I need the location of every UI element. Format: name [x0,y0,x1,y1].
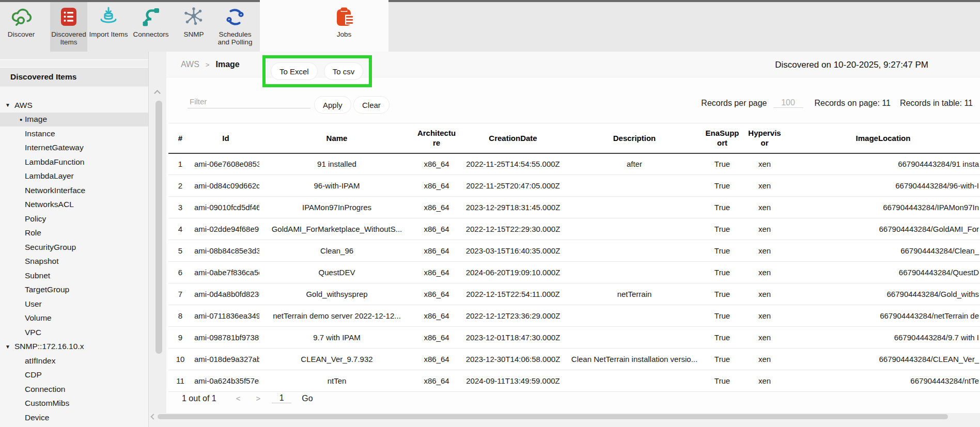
expand-arrow-icon[interactable]: ▼ [5,102,14,108]
table-cell: 667904443284/CLEAN_Ver_ [786,349,980,370]
table-row[interactable]: 4ami-02dde94f68e99bf9bGoldAMI_ForMarketp… [168,218,980,240]
column-header-creationdate[interactable]: CreationDate [459,123,567,153]
table-row[interactable]: 2ami-0d84c09d662cba1a096-with-IPAMx86_64… [168,175,980,197]
records-in-table: Records in table: 11 [900,99,973,108]
tree-item-user[interactable]: User [0,297,148,311]
tree-item-role[interactable]: Role [0,226,148,241]
discover-icon [10,6,33,28]
table-cell: Gold_withsysprep [259,283,414,305]
to-excel-button[interactable]: To Excel [271,62,318,80]
table-row[interactable]: 3ami-09010fcd5df46e316IPAMon97InProgresx… [168,197,980,218]
ribbon-item-snmp[interactable]: SNMP [177,2,210,52]
tree-item-securitygroup[interactable]: SecurityGroup [0,240,148,255]
scrollbar-left-icon[interactable] [150,414,156,419]
table-cell: Clean NetTerrain installation versio... [567,349,702,370]
vertical-scrollbar-thumb[interactable] [155,101,162,354]
tree-item-snapshot[interactable]: Snapshot [0,255,148,269]
column-header-architecture[interactable]: Architecture [414,123,459,153]
ribbon-item-discover[interactable]: Discover [3,2,40,52]
tree-item-vpc[interactable]: VPC [0,325,148,340]
filter-input[interactable] [188,95,310,108]
prev-page-icon[interactable]: < [236,394,241,403]
table-cell: True [702,327,743,349]
table-cell: 2022-12-15T22:29:30.000Z [459,218,567,240]
table-cell [567,197,702,218]
tree-item-label: Role [25,228,41,238]
column-header-#[interactable]: # [168,123,192,153]
tree-item-instance[interactable]: Instance [0,126,148,141]
tree-item-internetgateway[interactable]: InternetGateway [0,141,148,155]
ribbon-item-jobs[interactable]: Jobs [324,2,364,52]
tree-item-label: Instance [25,129,55,138]
tree-item-aws[interactable]: ▼ AWS [0,98,148,113]
results-table: #IdNameArchitectureCreationDateDescripti… [168,123,980,392]
tree-item-volume[interactable]: Volume [0,311,148,326]
tree-item-snmp::172.16.10.x[interactable]: ▼ SNMP::172.16.10.x [0,340,148,354]
table-cell: GoldAMI_ForMarketplace_WithoutS... [259,218,414,240]
tree-item-targetgroup[interactable]: TargetGroup [0,283,148,297]
table-cell: 2022-12-15T22:54:11.000Z [459,283,567,305]
table-cell: 667904443284/96-with-I [786,175,980,197]
table-cell: 9 [168,327,192,349]
records-per-page-input[interactable] [773,98,803,108]
table-cell: ami-02dde94f68e99bf9b [192,218,259,240]
table-cell [567,305,702,327]
ribbon-item-import-items[interactable]: Import Items [88,2,129,52]
tree-item-lambdafunction[interactable]: LambdaFunction [0,155,148,169]
next-page-icon[interactable]: > [256,394,260,403]
table-cell: 2023-03-15T16:40:35.000Z [459,240,567,262]
tree-item-policy[interactable]: Policy [0,212,148,226]
table-cell: 667904443284/91 insta [786,153,980,175]
sidebar-top-strip [0,52,148,60]
table-row[interactable]: 11ami-0a624b35f57e350c3ntTenx86_642024-0… [168,370,980,392]
tree-item-image[interactable]: • Image [0,113,148,127]
table-row[interactable]: 6ami-0abe7f836ca5e4ee8QuestDEVx86_642024… [168,262,980,283]
clear-button[interactable]: Clear [353,96,390,114]
ribbon-item-connectors[interactable]: Connectors [131,2,171,52]
table-row[interactable]: 8ami-0711836ea349d35c8netTerrain demo se… [168,305,980,327]
table-cell: xen [743,370,786,392]
column-header-hypervisor[interactable]: Hypervisor [743,123,786,153]
go-button[interactable]: Go [302,394,313,403]
table-row[interactable]: 7ami-0d4a8b0fd823023eeGold_withsysprepx8… [168,283,980,305]
table-row[interactable]: 1ami-06e7608e085337e5791 installedx86_64… [168,153,980,175]
table-row[interactable]: 9ami-098781bf97389051d9.7 with IPAMx86_6… [168,327,980,349]
table-cell: x86_64 [414,262,459,283]
column-header-name[interactable]: Name [259,123,414,153]
tree-item-subnet[interactable]: Subnet [0,268,148,283]
table-cell [567,175,702,197]
page-number-input[interactable] [272,393,291,403]
table-header-row: #IdNameArchitectureCreationDateDescripti… [168,123,980,153]
table-cell: 1 [168,153,192,175]
table-cell: netTerrain demo server 2022-12-12... [259,305,414,327]
horizontal-scrollbar-thumb[interactable] [158,414,948,419]
table-cell: 11 [168,370,192,392]
table-cell: IPAMon97InProgres [259,197,414,218]
expand-arrow-icon[interactable]: ▼ [5,344,14,350]
to-csv-button[interactable]: To csv [324,62,364,80]
ribbon-item-label: Discover [8,31,35,39]
tree-item-custommibs[interactable]: CustomMibs [0,397,148,411]
tree-item-cdp[interactable]: CDP [0,368,148,383]
tree-item-device[interactable]: Device [0,410,148,425]
tree-item-lambdalayer[interactable]: LambdaLayer [0,169,148,184]
table-row[interactable]: 10ami-018de9a327ab4678eCLEAN_Ver_9.7.932… [168,349,980,370]
apply-button[interactable]: Apply [314,96,351,114]
selected-bullet-icon: • [20,115,25,124]
tree-item-atifindex[interactable]: atIfIndex [0,354,148,368]
breadcrumb-parent[interactable]: AWS [181,60,199,69]
column-header-imagelocation[interactable]: ImageLocation [786,123,980,153]
table-cell: True [702,305,743,327]
table-row[interactable]: 5ami-08b84c85e3d3c1d04Clean_96x86_642023… [168,240,980,262]
column-header-id[interactable]: Id [192,123,259,153]
scrollbar-up-icon[interactable] [154,90,161,97]
tree-item-networksacl[interactable]: NetworksACL [0,198,148,212]
tree-item-connection[interactable]: Connection [0,382,148,397]
column-header-description[interactable]: Description [567,123,702,153]
table-cell: 667904443284/netTerrain de [786,305,980,327]
tree-item-networkinterface[interactable]: NetworkInterface [0,183,148,198]
column-header-enasupport[interactable]: EnaSupport [702,123,743,153]
ribbon-item-schedules[interactable]: Schedules and Polling [214,2,256,52]
ribbon-item-discovered-items[interactable]: Discovered Items [50,2,87,52]
table-cell: ami-0abe7f836ca5e4ee8 [192,262,259,283]
